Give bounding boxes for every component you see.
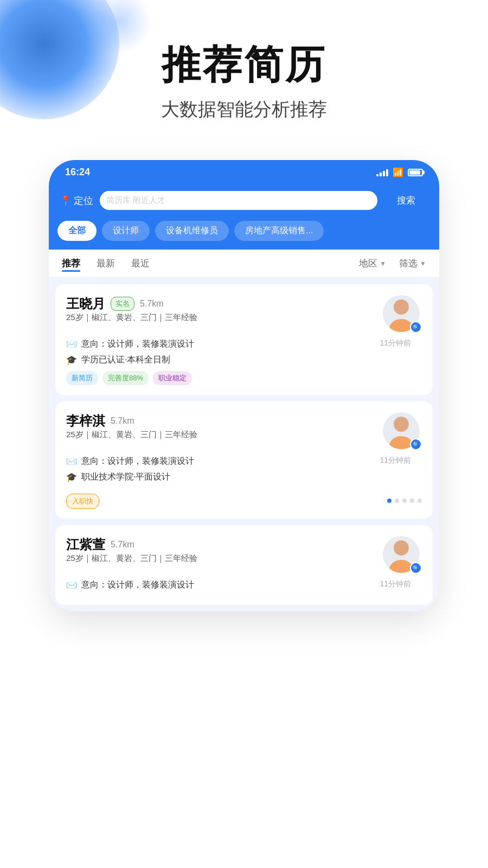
status-time: 16:24 — [65, 167, 90, 178]
distance-3: 5.7km — [111, 540, 134, 550]
avatar-2 — [383, 412, 422, 451]
search-box[interactable]: 简历库 附近人才 — [100, 191, 377, 210]
resume-card-2[interactable]: 李梓淇 5.7km 25岁｜椒江、黄岩、三门｜三年经验 — [55, 401, 433, 519]
svg-point-2 — [394, 417, 409, 432]
cat-tab-equipment[interactable]: 设备机维修员 — [155, 221, 229, 241]
hero-subtitle: 大数据智能分析推荐 — [161, 97, 327, 122]
avatar-search-icon-1 — [410, 321, 422, 333]
filter-screen[interactable]: 筛选 ▼ — [399, 257, 426, 270]
tag-new-1: 新简历 — [66, 371, 98, 385]
search-placeholder: 简历库 附近人才 — [106, 195, 165, 206]
hero-section: 推荐简历 大数据智能分析推荐 — [161, 0, 327, 144]
envelope-icon-1: ✉️ — [66, 340, 77, 349]
card-name-row-2: 李梓淇 5.7km — [66, 412, 197, 430]
search-button[interactable]: 搜索 — [384, 189, 428, 212]
status-bar: 16:24 📶 — [49, 160, 439, 182]
education-row-1: 🎓 学历已认证·本科全日制 — [66, 354, 422, 366]
graduation-icon-1: 🎓 — [66, 356, 77, 365]
intention-row-2: ✉️ 意向：设计师，装修装演设计 11分钟前 — [66, 456, 422, 467]
dot-indicators — [387, 499, 422, 503]
sort-newest[interactable]: 最新 — [97, 257, 115, 270]
search-header: 📍 定位 简历库 附近人才 搜索 — [49, 182, 439, 221]
candidate-name-2: 李梓淇 — [66, 412, 105, 430]
intention-row-3: ✉️ 意向：设计师，装修装演设计 11分钟前 — [66, 579, 422, 591]
filter-region[interactable]: 地区 ▼ — [359, 257, 386, 270]
battery-icon — [408, 169, 423, 176]
phone-mockup: 16:24 📶 📍 定位 简历库 附近人才 — [49, 160, 439, 611]
resume-list: 王晓月 实名 5.7km 25岁｜椒江、黄岩、三门｜三年经验 — [49, 278, 439, 611]
cat-tab-realestate[interactable]: 房地产高级销售... — [234, 221, 324, 241]
location-text: 定位 — [74, 194, 93, 207]
hero-title: 推荐简历 — [161, 43, 327, 86]
tag-complete-1: 完善度88% — [102, 371, 149, 385]
avatar-1 — [383, 295, 422, 334]
card-meta-1: 25岁｜椒江、黄岩、三门｜三年经验 — [66, 312, 197, 323]
category-tabs: 全部 设计师 设备机维修员 房地产高级销售... — [49, 221, 439, 250]
svg-point-4 — [394, 540, 409, 556]
card-tags-1: 新简历 完善度88% 职业稳定 — [66, 371, 422, 385]
candidate-name-3: 江紫萱 — [66, 536, 105, 553]
card-time-3: 11分钟前 — [380, 579, 411, 589]
avatar-3 — [383, 536, 422, 575]
card-meta-2: 25岁｜椒江、黄岩、三门｜三年经验 — [66, 430, 197, 440]
chevron-down-icon: ▼ — [380, 260, 386, 267]
envelope-icon-3: ✉️ — [66, 581, 77, 590]
tag-stable-1: 职业稳定 — [153, 371, 192, 385]
card-meta-3: 25岁｜椒江、黄岩、三门｜三年经验 — [66, 553, 197, 564]
sort-recent[interactable]: 最近 — [131, 257, 150, 270]
status-icons: 📶 — [376, 167, 423, 177]
graduation-icon-2: 🎓 — [66, 473, 77, 482]
education-row-2: 🎓 职业技术学院·平面设计 — [66, 471, 422, 483]
page-content: 推荐简历 大数据智能分析推荐 16:24 📶 � — [0, 0, 488, 611]
cat-tab-designer[interactable]: 设计师 — [102, 221, 150, 241]
avatar-search-icon-2 — [410, 438, 422, 450]
card-tags-2: 入职快 — [66, 494, 99, 509]
avatar-search-icon-3 — [410, 562, 422, 574]
card-time-2: 11分钟前 — [380, 456, 411, 465]
tag-fast-2: 入职快 — [66, 494, 99, 509]
location-pin-icon: 📍 — [60, 195, 72, 207]
intention-row-1: ✉️ 意向：设计师，装修装演设计 11分钟前 — [66, 339, 422, 350]
sort-recommend[interactable]: 推荐 — [62, 257, 80, 270]
envelope-icon-2: ✉️ — [66, 457, 77, 466]
card-name-row-1: 王晓月 实名 5.7km — [66, 295, 197, 312]
verified-badge-1: 实名 — [111, 297, 134, 311]
location-label[interactable]: 📍 定位 — [60, 194, 93, 207]
distance-1: 5.7km — [140, 299, 164, 309]
svg-point-0 — [394, 299, 409, 315]
distance-2: 5.7km — [111, 416, 134, 426]
resume-card-1[interactable]: 王晓月 实名 5.7km 25岁｜椒江、黄岩、三门｜三年经验 — [55, 284, 433, 395]
sort-bar: 推荐 最新 最近 地区 ▼ 筛选 ▼ — [49, 250, 439, 278]
cat-tab-all[interactable]: 全部 — [57, 221, 97, 241]
wifi-icon: 📶 — [393, 167, 403, 177]
sort-filter-group: 地区 ▼ 筛选 ▼ — [359, 257, 426, 270]
card-time-1: 11分钟前 — [380, 339, 411, 348]
resume-card-3[interactable]: 江紫萱 5.7km 25岁｜椒江、黄岩、三门｜三年经验 — [55, 525, 433, 605]
candidate-name-1: 王晓月 — [66, 295, 105, 312]
card-name-row-3: 江紫萱 5.7km — [66, 536, 197, 553]
chevron-down-icon-2: ▼ — [420, 260, 426, 267]
signal-icon — [376, 169, 388, 176]
